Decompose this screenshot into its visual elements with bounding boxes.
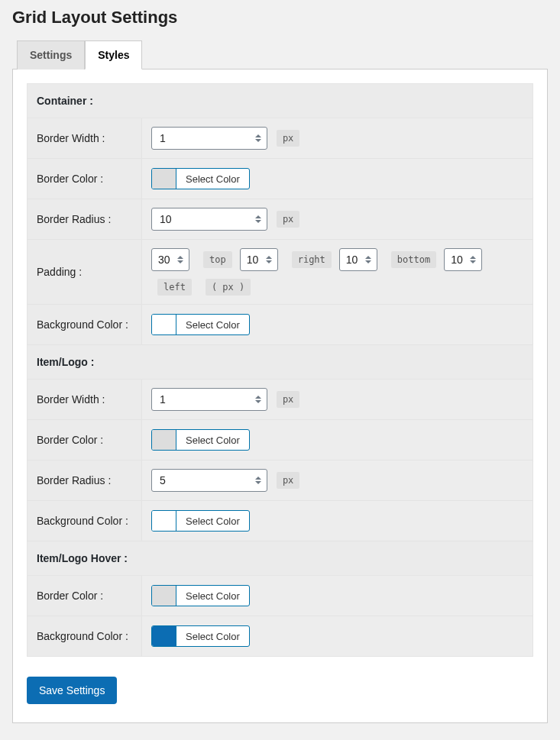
container-bg-color-label: Background Color : xyxy=(28,305,142,345)
hover-bg-color-label: Background Color : xyxy=(28,616,142,657)
item-border-radius-label: Border Radius : xyxy=(28,460,142,501)
section-item-header: Item/Logo : xyxy=(28,345,533,380)
color-swatch xyxy=(152,586,176,606)
padding-px-label: ( px ) xyxy=(206,279,251,296)
stepper-icon[interactable] xyxy=(364,253,373,267)
container-border-width-label: Border Width : xyxy=(28,118,142,159)
tab-bar: Settings Styles xyxy=(12,40,548,69)
stepper-icon[interactable] xyxy=(254,131,263,145)
padding-left-label: left xyxy=(157,279,192,296)
padding-top-label: top xyxy=(203,251,232,268)
item-bg-color-picker[interactable]: Select Color xyxy=(151,510,250,532)
padding-left-input[interactable] xyxy=(444,248,482,271)
select-color-label: Select Color xyxy=(176,586,249,606)
container-border-width-input[interactable] xyxy=(151,127,267,150)
container-padding-label: Padding : xyxy=(28,240,142,305)
select-color-label: Select Color xyxy=(176,169,249,189)
select-color-label: Select Color xyxy=(176,626,249,646)
section-container-header: Container : xyxy=(28,84,533,118)
color-swatch xyxy=(152,511,176,531)
stepper-icon[interactable] xyxy=(176,253,185,267)
item-border-radius-input[interactable] xyxy=(151,469,267,492)
padding-bottom-input[interactable] xyxy=(339,248,377,271)
color-swatch xyxy=(152,626,176,646)
container-border-color-label: Border Color : xyxy=(28,159,142,199)
color-swatch xyxy=(152,169,176,189)
select-color-label: Select Color xyxy=(176,430,249,450)
stepper-icon[interactable] xyxy=(264,253,274,267)
select-color-label: Select Color xyxy=(176,511,249,531)
item-border-radius-field[interactable] xyxy=(151,469,267,492)
stepper-icon[interactable] xyxy=(254,393,263,406)
item-border-width-label: Border Width : xyxy=(28,380,142,420)
padding-right-label: right xyxy=(292,251,332,268)
padding-right-input[interactable] xyxy=(240,248,278,271)
container-border-radius-label: Border Radius : xyxy=(28,199,142,240)
padding-top-input[interactable] xyxy=(151,248,189,271)
container-border-color-picker[interactable]: Select Color xyxy=(151,168,250,189)
tab-settings[interactable]: Settings xyxy=(17,40,85,69)
container-border-width-field[interactable] xyxy=(151,127,267,150)
unit-px: px xyxy=(277,472,299,489)
stepper-icon[interactable] xyxy=(468,253,477,267)
unit-px: px xyxy=(277,130,299,147)
hover-bg-color-picker[interactable]: Select Color xyxy=(151,625,250,647)
stepper-icon[interactable] xyxy=(254,473,263,487)
section-hover-header: Item/Logo Hover : xyxy=(28,541,533,576)
select-color-label: Select Color xyxy=(176,315,249,334)
hover-border-color-picker[interactable]: Select Color xyxy=(151,585,250,606)
color-swatch xyxy=(152,315,176,334)
page-title: Grid Layout Settings xyxy=(12,8,548,27)
item-border-color-picker[interactable]: Select Color xyxy=(151,429,250,451)
container-border-radius-field[interactable] xyxy=(151,208,267,231)
container-border-radius-input[interactable] xyxy=(151,208,267,231)
color-swatch xyxy=(152,430,176,450)
unit-px: px xyxy=(277,391,299,408)
tab-styles[interactable]: Styles xyxy=(85,40,142,69)
unit-px: px xyxy=(277,211,299,228)
stepper-icon[interactable] xyxy=(254,212,263,226)
item-border-color-label: Border Color : xyxy=(28,420,142,460)
panel-styles: Container : Border Width : px Border Col… xyxy=(12,69,548,723)
settings-table: Container : Border Width : px Border Col… xyxy=(27,83,533,657)
container-bg-color-picker[interactable]: Select Color xyxy=(151,314,250,335)
item-bg-color-label: Background Color : xyxy=(28,501,142,541)
item-border-width-input[interactable] xyxy=(151,388,267,411)
item-border-width-field[interactable] xyxy=(151,388,267,411)
save-settings-button[interactable]: Save Settings xyxy=(27,677,117,704)
padding-bottom-label: bottom xyxy=(391,251,436,268)
hover-border-color-label: Border Color : xyxy=(28,576,142,616)
